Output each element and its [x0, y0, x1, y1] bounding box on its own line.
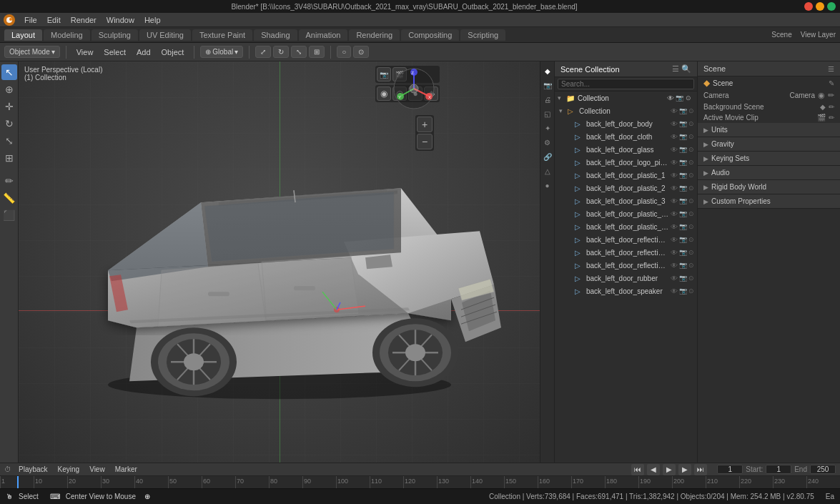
- item-eye-icon[interactable]: 👁: [671, 133, 678, 141]
- item-camera-icon[interactable]: 📷: [679, 107, 687, 114]
- outliner-item[interactable]: ▷ back_left_door_plastic_2 👁 📷 ⊙: [555, 182, 697, 194]
- outliner-search-input[interactable]: [558, 79, 694, 89]
- move-btn[interactable]: ⤢: [255, 46, 271, 58]
- item-camera-icon[interactable]: 📷: [679, 184, 687, 192]
- output-props-icon[interactable]: 🖨: [541, 93, 554, 106]
- jump-end-btn[interactable]: ⏭: [694, 464, 707, 475]
- tab-sculpting[interactable]: Sculpting: [92, 29, 138, 41]
- tab-scripting[interactable]: Scripting: [460, 29, 505, 41]
- item-render-icon[interactable]: ⊙: [688, 120, 694, 127]
- close-button[interactable]: [804, 2, 813, 11]
- menu-window[interactable]: Window: [102, 15, 139, 25]
- window-controls[interactable]: [804, 2, 836, 11]
- current-frame-input[interactable]: [717, 465, 743, 474]
- menu-render[interactable]: Render: [66, 15, 101, 25]
- background-scene-icon[interactable]: ◆: [820, 103, 826, 111]
- item-eye-icon[interactable]: 👁: [671, 262, 678, 270]
- camera-value[interactable]: Camera: [789, 92, 815, 99]
- item-eye-icon[interactable]: 👁: [671, 236, 678, 244]
- units-section-header[interactable]: ▶ Units: [698, 123, 840, 137]
- item-render-icon[interactable]: ⊙: [688, 197, 694, 204]
- filter-icon[interactable]: ☰: [672, 64, 679, 74]
- movie-clip-edit-icon[interactable]: ✏: [829, 114, 834, 122]
- item-camera-icon[interactable]: 📷: [679, 223, 687, 230]
- marker-menu[interactable]: Marker: [112, 465, 140, 474]
- item-eye-icon[interactable]: 👁: [671, 197, 678, 205]
- camera-view-btn[interactable]: 📷: [377, 67, 391, 81]
- camera-row[interactable]: Camera Camera ◉ ✏: [698, 89, 840, 102]
- gizmo-svg[interactable]: Z X Y: [392, 67, 435, 110]
- transform-btn2[interactable]: ⊞: [309, 46, 325, 58]
- item-eye-icon[interactable]: 👁: [671, 287, 678, 295]
- add-btn[interactable]: Add: [132, 47, 155, 57]
- frame-start-input[interactable]: [766, 465, 791, 474]
- timeline-cursor[interactable]: [17, 476, 19, 488]
- outliner-item[interactable]: ▷ back_left_door_glass 👁 📷 ⊙: [555, 143, 697, 156]
- view-layer-label[interactable]: View Layer: [801, 31, 836, 39]
- item-render-icon[interactable]: ⊙: [688, 287, 694, 295]
- item-camera-icon[interactable]: 📷: [679, 262, 687, 269]
- item-eye-icon[interactable]: 👁: [671, 249, 678, 257]
- active-movie-clip-row[interactable]: Active Movie Clip 🎬 ✏: [698, 112, 840, 123]
- item-camera-icon[interactable]: 📷: [679, 172, 687, 179]
- menu-file[interactable]: File: [20, 15, 41, 25]
- scale-tool-btn[interactable]: ⤡: [1, 133, 17, 149]
- select-btn[interactable]: Select: [99, 47, 130, 57]
- collection-camera-icon[interactable]: 📷: [676, 94, 684, 102]
- item-render-icon[interactable]: ⊙: [688, 275, 694, 282]
- item-render-icon[interactable]: ⊙: [688, 184, 694, 192]
- object-mode-btn[interactable]: Object Mode ▾: [4, 46, 60, 58]
- search-icon[interactable]: 🔍: [681, 64, 691, 74]
- outliner-item[interactable]: ▷ back_left_door_speaker 👁 📷 ⊙: [555, 285, 697, 297]
- outliner-item-collection[interactable]: ▾ 📁 Collection 👁 📷 ⊙: [555, 92, 697, 104]
- play-btn[interactable]: ▶: [663, 464, 676, 475]
- next-frame-btn[interactable]: ▶: [678, 464, 691, 475]
- tab-uv-editing[interactable]: UV Editing: [139, 29, 191, 41]
- tab-texture-paint[interactable]: Texture Paint: [192, 29, 252, 41]
- outliner-item[interactable]: ▷ back_left_door_plastic_1 👁 📷 ⊙: [555, 169, 697, 182]
- item-eye-icon[interactable]: 👁: [671, 275, 678, 282]
- rotate-btn[interactable]: ↻: [273, 46, 289, 58]
- object-btn[interactable]: Object: [157, 47, 189, 57]
- select-tool-btn[interactable]: ↖: [1, 64, 17, 80]
- item-eye-icon[interactable]: 👁: [671, 223, 678, 231]
- rigid-body-section-header[interactable]: ▶ Rigid Body World: [698, 180, 840, 194]
- menu-edit[interactable]: Edit: [43, 15, 65, 25]
- annotate-btn[interactable]: ✏: [1, 173, 17, 189]
- item-camera-icon[interactable]: 📷: [679, 120, 687, 127]
- zoom-in-btn[interactable]: +: [417, 117, 433, 132]
- item-camera-icon[interactable]: 📷: [679, 236, 687, 243]
- cursor-tool-btn[interactable]: ⊕: [1, 81, 17, 97]
- item-eye-icon[interactable]: 👁: [671, 120, 678, 128]
- item-camera-icon[interactable]: 📷: [679, 275, 687, 282]
- view-btn[interactable]: View: [72, 47, 98, 57]
- viewport[interactable]: User Perspective (Local) (1) Collection: [19, 61, 540, 463]
- outliner-item[interactable]: ▷ back_left_door_rubber 👁 📷 ⊙: [555, 272, 697, 285]
- rotate-tool-btn[interactable]: ↻: [1, 116, 17, 132]
- item-render-icon[interactable]: ⊙: [688, 172, 694, 179]
- item-eye-icon[interactable]: 👁: [671, 184, 678, 192]
- movie-clip-icon[interactable]: 🎬: [817, 114, 826, 122]
- tab-layout[interactable]: Layout: [4, 29, 42, 41]
- outliner-item[interactable]: ▷ back_left_door_body 👁 📷 ⊙: [555, 117, 697, 130]
- item-eye-icon[interactable]: 👁: [671, 172, 678, 179]
- item-camera-icon[interactable]: 📷: [679, 159, 687, 166]
- outliner-item[interactable]: ▷ back_left_door_reflection_1 👁 📷 ⊙: [555, 233, 697, 246]
- audio-section-header[interactable]: ▶ Audio: [698, 166, 840, 179]
- outliner-item[interactable]: ▷ back_left_door_logo_pivot 👁 📷 ⊙: [555, 156, 697, 169]
- solid-view-btn[interactable]: ◉: [377, 87, 391, 101]
- outliner-item[interactable]: ▷ back_left_door_cloth 👁 📷 ⊙: [555, 130, 697, 143]
- camera-icon[interactable]: ◉: [818, 91, 825, 100]
- measure-btn[interactable]: 📏: [1, 190, 17, 206]
- background-scene-edit-icon[interactable]: ✏: [829, 103, 834, 111]
- outliner-item[interactable]: ▷ back_left_door_plastic_gloss_1 👁 📷 ⊙: [555, 207, 697, 220]
- item-render-icon[interactable]: ⊙: [688, 107, 694, 114]
- material-icon[interactable]: ●: [541, 179, 554, 192]
- keying-sets-section-header[interactable]: ▶ Keying Sets: [698, 152, 840, 165]
- tab-animation[interactable]: Animation: [299, 29, 348, 41]
- viewport-gizmo[interactable]: Z X Y: [392, 67, 435, 110]
- tab-modeling[interactable]: Modeling: [44, 29, 90, 41]
- tab-compositing[interactable]: Compositing: [401, 29, 459, 41]
- scene-name-edit-icon[interactable]: ✎: [829, 79, 834, 87]
- move-tool-btn[interactable]: ✛: [1, 99, 17, 114]
